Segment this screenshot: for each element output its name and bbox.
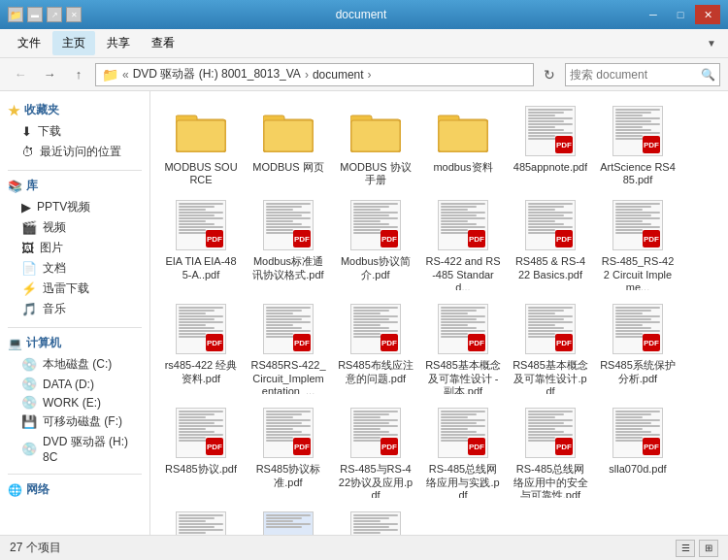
list-item[interactable]: PDF slla070d.pdf [595, 401, 680, 503]
divider-1 [8, 170, 142, 171]
thunder-icon: ⚡ [21, 281, 37, 296]
path-part-2: document [313, 68, 364, 82]
file-label: RS485RS-422_Circuit_Implementation_... [250, 359, 326, 394]
list-item[interactable]: MODBUS 协议手册 [333, 99, 418, 191]
minimize-button[interactable]: ─ [641, 5, 666, 24]
search-input[interactable] [570, 68, 701, 82]
title-bar: 📁 ▬ ↗ ✕ document ─ □ ✕ [0, 0, 728, 29]
divider-3 [8, 474, 142, 475]
list-view-button[interactable]: ☰ [676, 540, 695, 557]
list-item[interactable]: PDF RS485布线应注意的问题.pdf [333, 297, 418, 399]
list-item[interactable]: PDF 英文版 MODBUS 协议规范.pdf [333, 505, 418, 535]
pdf-icon: PDF [523, 302, 578, 356]
file-label: RS-422 and RS-485 Standard... [425, 255, 501, 290]
sidebar-item-download[interactable]: ⬇ 下载 [0, 121, 149, 142]
main-area: ★ 收藏夹 ⬇ 下载 ⏱ 最近访问的位置 📚 库 ▶ PPTV视频 [0, 91, 728, 535]
file-label: 485appnote.pdf [513, 161, 587, 174]
grid-view-button[interactable]: ⊞ [699, 540, 718, 557]
sidebar-item-recent[interactable]: ⏱ 最近访问的位置 [0, 142, 149, 162]
list-item[interactable]: PDF RS485基本概念及可靠性设计 - 副本.pdf [420, 297, 506, 399]
title-bar-icons: 📁 ▬ ↗ ✕ [8, 7, 82, 22]
back-button[interactable]: ← [8, 63, 33, 86]
library-label: 库 [26, 178, 38, 194]
list-item[interactable]: modbus资料 [420, 99, 506, 191]
list-item[interactable]: PDF Modbus协议简介.pdf [333, 193, 418, 295]
list-item[interactable]: PDF RS485协议.pdf [158, 401, 244, 503]
list-item[interactable]: PDF RS485系统保护分析.pdf [595, 297, 680, 399]
list-item[interactable]: PDF rs485-422 经典资料.pdf [158, 297, 244, 399]
file-label: ArtScience RS485.pdf [600, 161, 676, 186]
list-item[interactable]: PDF RS-485_RS-422 Circuit Impleme... [595, 193, 680, 295]
file-label: MODBUS SOURCE [163, 161, 239, 186]
sidebar-item-d[interactable]: 💿 DATA (D:) [0, 375, 149, 393]
sidebar-item-thunder[interactable]: ⚡ 迅雷下载 [0, 279, 149, 299]
sidebar: ★ 收藏夹 ⬇ 下载 ⏱ 最近访问的位置 📚 库 ▶ PPTV视频 [0, 91, 150, 535]
search-box[interactable]: 🔍 [565, 63, 720, 86]
file-label: RS485协议标准.pdf [250, 463, 326, 488]
sidebar-item-music[interactable]: 🎵 音乐 [0, 299, 149, 319]
computer-header[interactable]: 💻 计算机 [0, 332, 149, 354]
list-item[interactable]: MODBUS SOURCE [158, 99, 244, 191]
list-item[interactable]: W 单片机RS-485多机通讯的实现.doc [246, 505, 331, 535]
address-path[interactable]: 📁 « DVD 驱动器 (H:) 8001_8013_VA › document… [95, 63, 534, 86]
music-label: 音乐 [43, 301, 66, 317]
status-bar: 27 个项目 ☰ ⊞ [0, 535, 728, 560]
list-item[interactable]: PDF RS-485总线网络应用中的安全与可靠性.pdf [508, 401, 593, 503]
refresh-button[interactable]: ↻ [538, 63, 561, 86]
star-icon: ★ [8, 103, 20, 118]
list-item[interactable]: PDF ArtScience RS485.pdf [595, 99, 680, 191]
list-item[interactable]: PDF RS485协议标准.pdf [246, 401, 331, 503]
file-label: EIA TIA EIA-485-A..pdf [163, 255, 239, 280]
pdf-icon: PDF [436, 406, 490, 460]
sidebar-item-c[interactable]: 💿 本地磁盘 (C:) [0, 354, 149, 375]
doc-label: 文档 [43, 260, 66, 277]
list-item[interactable]: PDF RS485RS-422_Circuit_Implementation_.… [246, 297, 331, 399]
computer-icon: 💻 [8, 337, 22, 350]
list-item[interactable]: PDF RS-485总线网络应用与实践.pdf [420, 401, 506, 503]
network-icon: 🌐 [8, 483, 22, 497]
library-header[interactable]: 📚 库 [0, 175, 149, 197]
list-item[interactable]: PDF RS485 & RS-422 Basics.pdf [508, 193, 593, 295]
computer-label: 计算机 [26, 335, 61, 351]
word-icon: W [261, 510, 315, 535]
maximize-button[interactable]: □ [668, 5, 693, 24]
sidebar-item-video[interactable]: 🎬 视频 [0, 217, 149, 238]
disk-e-label: WORK (E:) [43, 396, 101, 410]
list-item[interactable]: PDF EIA TIA EIA-485-A..pdf [158, 193, 244, 295]
doc-icon: 📄 [21, 261, 37, 276]
pdf-icon: PDF [261, 302, 315, 356]
favorites-header[interactable]: ★ 收藏夹 [0, 99, 149, 121]
computer-section: 💻 计算机 💿 本地磁盘 (C:) 💿 DATA (D:) 💿 WORK (E:… [0, 332, 149, 466]
sidebar-item-e[interactable]: 💿 WORK (E:) [0, 393, 149, 412]
favorites-label: 收藏夹 [24, 102, 59, 118]
forward-button[interactable]: → [37, 63, 62, 86]
download-label: 下载 [38, 123, 61, 140]
path-part-1: DVD 驱动器 (H:) 8001_8013_VA [133, 66, 301, 82]
pdf-icon: PDF [436, 198, 490, 252]
divider-2 [8, 327, 142, 328]
menu-share[interactable]: 共享 [97, 31, 140, 55]
favorites-section: ★ 收藏夹 ⬇ 下载 ⏱ 最近访问的位置 [0, 99, 149, 162]
menu-home[interactable]: 主页 [52, 31, 95, 55]
list-item[interactable]: PDF Modbus标准通讯协议格式.pdf [246, 193, 331, 295]
video-label: 视频 [43, 219, 66, 236]
pdf-icon: PDF [261, 198, 315, 252]
list-item[interactable]: PDF RS485基本概念及可靠性设计.pdf [508, 297, 593, 399]
up-button[interactable]: ↑ [66, 63, 91, 86]
list-item[interactable]: MODBUS 网页 [246, 99, 331, 191]
pptv-icon: ▶ [21, 200, 31, 214]
menu-file[interactable]: 文件 [8, 31, 50, 55]
network-header[interactable]: 🌐 网络 [0, 478, 149, 501]
sidebar-item-f[interactable]: 💾 可移动磁盘 (F:) [0, 412, 149, 432]
list-item[interactable]: PDF RS-485与RS-422协议及应用.pdf [333, 401, 418, 503]
close-button[interactable]: ✕ [695, 5, 720, 24]
sidebar-item-pptv[interactable]: ▶ PPTV视频 [0, 197, 149, 217]
list-item[interactable]: PDF 485appnote.pdf [508, 99, 593, 191]
list-item[interactable]: PDF RS-422 and RS-485 Standard... [420, 193, 506, 295]
list-item[interactable]: PDF The RS-485 Design Guide.pdf [158, 505, 244, 535]
sidebar-item-doc[interactable]: 📄 文档 [0, 258, 149, 279]
svg-rect-11 [439, 120, 487, 151]
menu-view[interactable]: 查看 [142, 31, 184, 55]
sidebar-item-h[interactable]: 💿 DVD 驱动器 (H:) 8C [0, 432, 149, 466]
sidebar-item-picture[interactable]: 🖼 图片 [0, 238, 149, 258]
